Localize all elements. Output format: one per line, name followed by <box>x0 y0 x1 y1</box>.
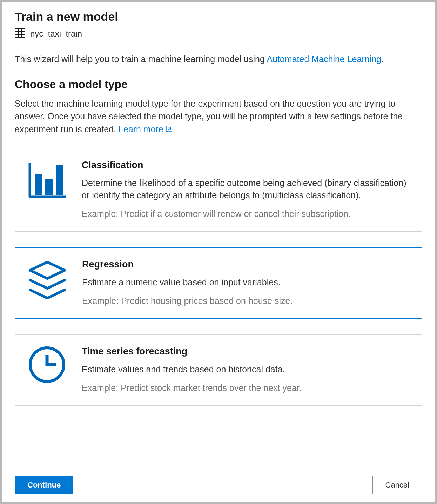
wizard-window: Train a new model nyc_taxi_train This wi… <box>2 2 435 502</box>
svg-rect-10 <box>45 179 53 195</box>
svg-rect-0 <box>15 29 25 37</box>
intro-text: This wizard will help you to train a mac… <box>15 53 422 65</box>
section-desc-text: Select the machine learning model type f… <box>15 99 403 134</box>
model-card-timeseries[interactable]: Time series forecasting Estimate values … <box>15 334 422 406</box>
wizard-content: Train a new model nyc_taxi_train This wi… <box>2 2 435 468</box>
model-card-regression[interactable]: Regression Estimate a numeric value base… <box>15 247 422 319</box>
card-title: Classification <box>82 160 409 171</box>
learn-more-text: Learn more <box>119 123 163 135</box>
section-desc: Select the machine learning model type f… <box>15 97 422 135</box>
external-link-icon <box>166 123 173 135</box>
card-desc: Determine the likelihood of a specific o… <box>82 177 409 201</box>
svg-rect-11 <box>56 165 63 195</box>
dataset-name: nyc_taxi_train <box>30 29 82 39</box>
automl-link[interactable]: Automated Machine Learning <box>267 54 381 64</box>
section-title: Choose a model type <box>15 78 422 91</box>
card-body: Time series forecasting Estimate values … <box>82 346 409 394</box>
card-title: Time series forecasting <box>82 346 409 357</box>
card-desc: Estimate a numeric value based on input … <box>82 276 409 289</box>
learn-more-link[interactable]: Learn more <box>119 123 173 135</box>
model-card-classification[interactable]: Classification Determine the likelihood … <box>15 148 422 232</box>
dataset-row: nyc_taxi_train <box>15 28 422 39</box>
clock-icon <box>28 346 66 394</box>
card-example: Example: Predict if a customer will rene… <box>82 208 409 220</box>
intro-prefix: This wizard will help you to train a mac… <box>15 54 267 64</box>
card-desc: Estimate values and trends based on hist… <box>82 363 409 376</box>
card-example: Example: Predict housing prices based on… <box>82 295 409 307</box>
svg-line-6 <box>168 127 170 130</box>
continue-button[interactable]: Continue <box>15 476 73 494</box>
intro-suffix: . <box>381 54 384 64</box>
page-title: Train a new model <box>15 10 422 24</box>
card-title: Regression <box>82 259 409 270</box>
wizard-footer: Continue Cancel <box>2 468 435 502</box>
layers-icon <box>28 259 67 307</box>
cancel-button[interactable]: Cancel <box>372 476 422 494</box>
card-body: Classification Determine the likelihood … <box>82 160 409 220</box>
svg-rect-9 <box>35 174 42 195</box>
dataset-icon <box>15 28 25 39</box>
card-example: Example: Predict stock market trends ove… <box>82 382 409 394</box>
card-body: Regression Estimate a numeric value base… <box>82 259 409 307</box>
bar-chart-icon <box>28 160 66 220</box>
